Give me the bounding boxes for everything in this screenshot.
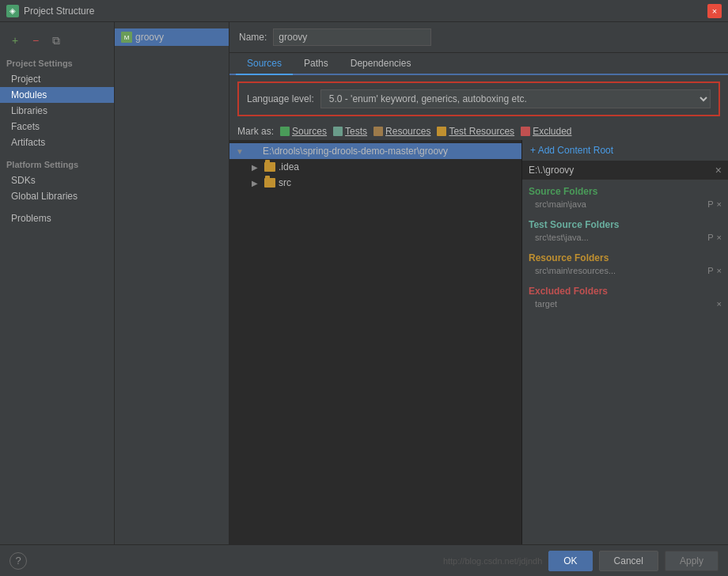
- main-layout: + − ⧉ Project Settings Project Modules L…: [0, 22, 728, 544]
- copy-module-button[interactable]: ⧉: [47, 32, 65, 49]
- excluded-actions-0: ×: [717, 299, 722, 309]
- bottom-bar: ? http://blog.csdn.net/jdjndh OK Cancel …: [0, 544, 728, 576]
- tree-arrow-idea: ▶: [252, 163, 261, 172]
- module-list-item-groovy[interactable]: M groovy: [115, 28, 229, 46]
- module-icon: M: [121, 32, 132, 43]
- mark-as-resources[interactable]: Resources: [373, 126, 430, 137]
- help-button[interactable]: ?: [9, 552, 27, 570]
- sidebar: + − ⧉ Project Settings Project Modules L…: [0, 22, 115, 544]
- source-path-0: src\main\java: [535, 199, 586, 209]
- sources-panel: Language level: 5.0 - 'enum' keyword, ge…: [229, 75, 728, 544]
- mark-resources-label: Resources: [385, 126, 430, 137]
- add-content-root-button[interactable]: + Add Content Root: [522, 140, 728, 161]
- root-folder-icon: [248, 146, 260, 156]
- test-source-folders-title: Test Source Folders: [529, 216, 722, 232]
- test-actions-0: P ×: [707, 233, 722, 242]
- resource-actions-0: P ×: [707, 266, 722, 275]
- name-row: Name:: [229, 22, 728, 53]
- resource-remove-button-0[interactable]: ×: [717, 266, 722, 275]
- sidebar-item-facets[interactable]: Facets: [0, 119, 114, 135]
- resources-dot: [373, 127, 383, 136]
- sidebar-item-libraries[interactable]: Libraries: [0, 103, 114, 119]
- sidebar-toolbar: + − ⧉: [0, 28, 114, 55]
- watermark: http://blog.csdn.net/jdjndh: [443, 556, 542, 566]
- file-right-layout: ▼ E:\drools\spring-drools-demo-master\gr…: [229, 140, 728, 544]
- module-label: groovy: [135, 32, 164, 43]
- language-level-select[interactable]: 5.0 - 'enum' keyword, generics, autoboxi…: [320, 89, 711, 108]
- bottom-right: OK Cancel Apply: [548, 551, 719, 571]
- resource-path-0: src\main\resources...: [535, 266, 616, 275]
- tree-label-src: src: [279, 177, 291, 188]
- cancel-button[interactable]: Cancel: [599, 551, 658, 571]
- tree-row-idea[interactable]: ▶ .idea: [229, 159, 521, 175]
- project-settings-section: Project Settings: [0, 55, 114, 71]
- source-folders-section: Source Folders src\main\java P ×: [522, 180, 728, 213]
- tabs-row: Sources Paths Dependencies: [229, 53, 728, 75]
- mark-sources-label: Sources: [292, 126, 327, 137]
- mark-as-excluded[interactable]: Excluded: [521, 126, 571, 137]
- test-p-button-0[interactable]: P: [707, 233, 713, 242]
- resource-folders-title: Resource Folders: [529, 249, 722, 265]
- sidebar-item-artifacts[interactable]: Artifacts: [0, 135, 114, 150]
- excluded-remove-button-0[interactable]: ×: [717, 299, 722, 309]
- tree-row-root[interactable]: ▼ E:\drools\spring-drools-demo-master\gr…: [229, 143, 521, 159]
- excluded-folder-entry-0: target ×: [529, 298, 722, 309]
- language-level-label: Language level:: [247, 93, 314, 104]
- tree-row-src[interactable]: ▶ src: [229, 175, 521, 191]
- resource-p-button-0[interactable]: P: [707, 266, 713, 275]
- module-list-panel: M groovy: [115, 22, 229, 544]
- tree-label-root: E:\drools\spring-drools-demo-master\groo…: [263, 146, 448, 157]
- test-resources-dot: [437, 127, 446, 136]
- titlebar: ◈ Project Structure ×: [0, 0, 728, 22]
- mark-as-label: Mark as:: [237, 126, 274, 137]
- excluded-folders-section: Excluded Folders target ×: [522, 279, 728, 313]
- excluded-folders-title: Excluded Folders: [529, 282, 722, 298]
- app-icon: ◈: [6, 5, 19, 17]
- mark-as-tests[interactable]: Tests: [333, 126, 367, 137]
- source-p-button-0[interactable]: P: [707, 199, 713, 209]
- ok-button[interactable]: OK: [548, 551, 592, 571]
- sidebar-item-problems[interactable]: Problems: [0, 210, 114, 226]
- source-folder-entry-0: src\main\java P ×: [529, 199, 722, 210]
- test-remove-button-0[interactable]: ×: [717, 233, 722, 242]
- tree-arrow-src: ▶: [252, 179, 261, 188]
- content-root-header: E:\.\groovy ×: [522, 161, 728, 180]
- tab-dependencies[interactable]: Dependencies: [339, 53, 423, 75]
- test-path-0: src\test\java...: [535, 233, 589, 242]
- sidebar-item-modules[interactable]: Modules: [0, 87, 114, 103]
- sidebar-item-sdks[interactable]: SDKs: [0, 172, 114, 188]
- mark-as-sources[interactable]: Sources: [280, 126, 327, 137]
- src-folder-icon: [264, 178, 275, 188]
- resource-folder-entry-0: src\main\resources... P ×: [529, 265, 722, 276]
- platform-settings-section: Platform Settings: [0, 157, 114, 172]
- mark-as-test-resources[interactable]: Test Resources: [437, 126, 514, 137]
- bottom-left: ?: [9, 552, 27, 570]
- tab-paths[interactable]: Paths: [293, 53, 339, 75]
- mark-tests-label: Tests: [345, 126, 367, 137]
- tests-dot: [333, 127, 343, 136]
- sidebar-item-project[interactable]: Project: [0, 71, 114, 87]
- source-folders-title: Source Folders: [529, 183, 722, 199]
- language-level-row: Language level: 5.0 - 'enum' keyword, ge…: [237, 81, 720, 116]
- content-area: Name: Sources Paths Dependencies Languag…: [229, 22, 728, 544]
- tree-arrow-root: ▼: [236, 147, 245, 156]
- sidebar-item-global-libraries[interactable]: Global Libraries: [0, 188, 114, 204]
- close-button[interactable]: ×: [707, 4, 722, 18]
- tab-sources[interactable]: Sources: [236, 53, 293, 75]
- module-panel: Name: Sources Paths Dependencies Languag…: [229, 22, 728, 544]
- source-remove-button-0[interactable]: ×: [717, 199, 722, 209]
- name-input[interactable]: [273, 28, 431, 46]
- excluded-path-0: target: [535, 299, 557, 309]
- add-module-button[interactable]: +: [6, 32, 24, 49]
- apply-button[interactable]: Apply: [665, 551, 719, 571]
- sources-dot: [280, 127, 290, 136]
- name-label: Name:: [239, 32, 267, 43]
- right-panel: + Add Content Root E:\.\groovy × Source …: [522, 140, 728, 544]
- test-folder-entry-0: src\test\java... P ×: [529, 232, 722, 243]
- idea-folder-icon: [264, 162, 275, 172]
- remove-module-button[interactable]: −: [27, 32, 44, 49]
- mark-excluded-label: Excluded: [533, 126, 571, 137]
- excluded-dot: [521, 127, 530, 136]
- content-root-path: E:\.\groovy: [529, 165, 574, 176]
- content-root-close-button[interactable]: ×: [715, 164, 722, 176]
